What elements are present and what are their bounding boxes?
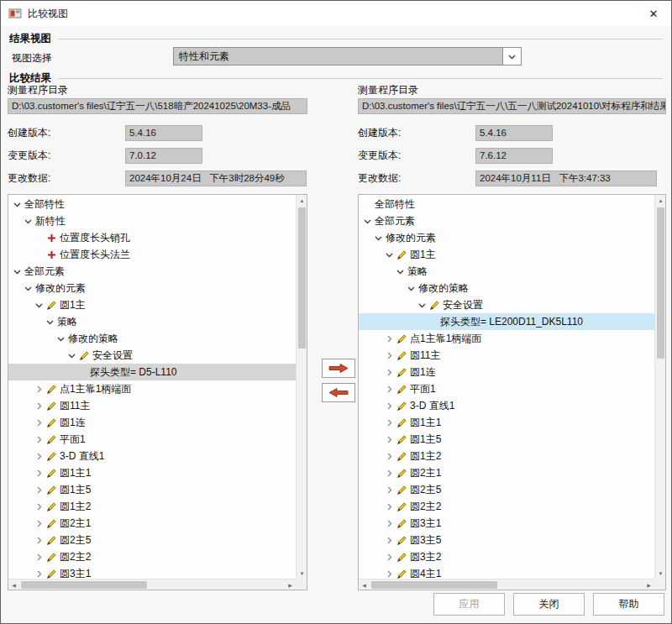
scroll-up-icon[interactable]: ▲ [297,195,307,206]
tree-item[interactable]: 圆2主2 [359,498,654,515]
tree-item[interactable]: 全部元素 [8,263,296,280]
help-button[interactable]: 帮助 [593,593,664,616]
tree-item[interactable]: 圆2主1 [359,464,654,481]
chevron-right-icon[interactable] [384,384,395,395]
chevron-down-icon[interactable] [66,350,77,361]
tree-item[interactable]: 圆3主1 [8,565,296,579]
tree-item[interactable]: 探头类型= D5-L110 [8,364,296,380]
chevron-down-icon[interactable] [45,317,55,328]
copy-left-button[interactable] [322,383,355,402]
tree-item[interactable]: 圆1连 [8,414,296,431]
chevron-down-icon[interactable] [23,283,34,294]
tree-item[interactable]: 平面1 [359,380,654,397]
tree-item[interactable]: 圆3主1 [359,515,654,532]
tree-item[interactable]: 圆1主2 [8,498,296,515]
tree-item[interactable]: 圆1主 [359,246,654,263]
chevron-right-icon[interactable] [384,552,395,563]
scroll-up-icon[interactable]: ▲ [655,195,666,206]
tree-item[interactable]: 圆1主1 [359,414,654,431]
vertical-scrollbar[interactable]: ▲ ▼ [296,195,307,579]
chevron-right-icon[interactable] [34,417,45,428]
chevron-right-icon[interactable] [384,333,395,344]
chevron-down-icon[interactable] [23,216,34,227]
tree-item[interactable]: 修改的元素 [359,229,654,246]
tree-item[interactable]: 点1主靠1柄端面 [8,380,296,397]
chevron-down-icon[interactable] [12,266,23,277]
chevron-right-icon[interactable] [384,485,395,496]
tree-item[interactable]: 圆2主1 [8,515,296,532]
scroll-down-icon[interactable]: ▼ [297,568,307,579]
tree-item[interactable]: 圆1主5 [359,431,654,448]
tree-item[interactable]: 全部特性 [359,196,654,212]
chevron-right-icon[interactable] [34,552,45,563]
chevron-right-icon[interactable] [34,569,45,579]
view-select-dropdown[interactable]: 特性和元素 [173,47,522,66]
chevron-down-icon[interactable] [362,216,373,227]
chevron-right-icon[interactable] [34,518,45,529]
chevron-right-icon[interactable] [384,468,395,479]
tree-item[interactable]: 圆3主2 [359,548,654,565]
tree-item[interactable]: 全部元素 [359,212,654,229]
tree-item[interactable]: 圆4主1 [359,565,654,579]
chevron-right-icon[interactable] [384,518,395,529]
chevron-right-icon[interactable] [384,350,395,361]
scrollbar-thumb[interactable] [657,207,664,359]
tree-item[interactable]: 圆1连 [359,364,654,380]
tree-item[interactable]: 圆11主 [359,347,654,364]
tree-item[interactable]: 修改的策略 [359,280,654,296]
scrollbar-thumb[interactable] [298,207,306,349]
chevron-down-icon[interactable] [502,48,521,65]
chevron-right-icon[interactable] [384,401,395,412]
tree-item[interactable]: 圆1主 [8,296,296,313]
chevron-right-icon[interactable] [34,485,45,496]
tree-item[interactable]: 策略 [8,313,296,330]
chevron-right-icon[interactable] [34,451,45,462]
tree-item[interactable]: 圆3主5 [359,532,654,548]
tree-item[interactable]: 位置度长头销孔 [8,229,296,246]
chevron-right-icon[interactable] [34,401,45,412]
scroll-down-icon[interactable]: ▼ [655,568,666,579]
close-icon[interactable]: ✕ [636,1,671,26]
tree-item[interactable]: 圆11主 [8,397,296,414]
scroll-right-icon[interactable]: ▶ [285,579,296,590]
scroll-right-icon[interactable]: ▶ [643,579,654,590]
close-button[interactable]: 关闭 [513,593,585,616]
chevron-right-icon[interactable] [384,367,395,378]
tree-item[interactable]: 位置度长头法兰 [8,246,296,263]
tree-item[interactable]: 点1主靠1柄端面 [359,330,654,347]
chevron-down-icon[interactable] [373,233,384,244]
tree-item[interactable]: 新特性 [8,212,296,229]
tree-item[interactable]: 3-D 直线1 [359,397,654,414]
chevron-right-icon[interactable] [384,434,395,445]
chevron-right-icon[interactable] [384,535,395,546]
chevron-down-icon[interactable] [395,266,406,277]
chevron-right-icon[interactable] [384,501,395,512]
tree-item[interactable]: 策略 [359,263,654,280]
copy-right-button[interactable] [322,359,355,378]
chevron-right-icon[interactable] [384,417,395,428]
chevron-down-icon[interactable] [12,199,23,210]
chevron-right-icon[interactable] [34,535,45,546]
tree-item[interactable]: 全部特性 [8,196,296,212]
chevron-right-icon[interactable] [34,501,45,512]
chevron-right-icon[interactable] [34,434,45,445]
apply-button[interactable]: 应用 [433,593,505,616]
chevron-down-icon[interactable] [406,283,417,294]
horizontal-scrollbar[interactable]: ◀ ▶ [359,579,654,590]
vertical-scrollbar[interactable]: ▲ ▼ [654,195,665,579]
tree-item[interactable]: 修改的策略 [8,330,296,347]
tree-item[interactable]: 圆2主5 [8,532,296,548]
tree-item[interactable]: 安全设置 [8,347,296,364]
tree-item[interactable]: 修改的元素 [8,280,296,296]
chevron-down-icon[interactable] [384,249,395,260]
tree-item[interactable]: 安全设置 [359,296,654,313]
chevron-right-icon[interactable] [384,569,395,579]
chevron-down-icon[interactable] [34,300,45,311]
tree-item[interactable]: 圆2主5 [359,481,654,498]
tree-item[interactable]: 平面1 [8,431,296,448]
chevron-down-icon[interactable] [417,300,428,311]
tree-item[interactable]: 圆1主2 [359,448,654,464]
scroll-left-icon[interactable]: ◀ [359,579,370,590]
tree-item[interactable]: 探头类型= LE200D11_DK5L110 [359,313,654,330]
chevron-right-icon[interactable] [34,384,45,395]
